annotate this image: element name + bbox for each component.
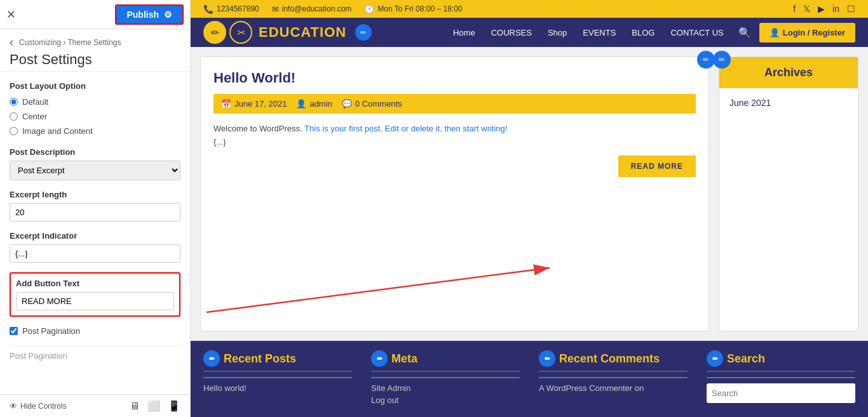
footer-meta-logout[interactable]: Log out [371,395,520,405]
hide-controls-button[interactable]: 👁 Hide Controls [10,402,67,411]
linkedin-icon[interactable]: in [832,4,839,14]
site-footer: ✏ Recent Posts Hello world! ✏ Meta Site … [191,341,868,417]
panel-content: Post Layout Option Default Center Image … [0,72,190,394]
post-layout-options: Default Center Image and Content [10,97,180,136]
right-panel: 📞 1234567890 ✉ info@education.com 🕐 Mon … [191,0,868,417]
post-description-select[interactable]: Post Excerpt Post Content None [10,161,180,180]
top-info-left: 📞 1234567890 ✉ info@education.com 🕐 Mon … [203,4,463,14]
recent-comments-edit-icon[interactable]: ✏ [539,350,555,367]
breadcrumb-section: ‹ Customizing › Theme Settings Post Sett… [0,29,190,72]
main-nav: ✏ ✂ EDUCATION ✏ Home COURSES Shop EVENTS… [191,18,868,47]
post-pagination-option[interactable]: Post Pagination [10,326,180,336]
post-pagination-checkbox[interactable] [10,327,18,335]
layout-center-label: Center [22,112,47,121]
nav-courses[interactable]: COURSES [485,23,538,43]
bottom-controls: 👁 Hide Controls 🖥 ⬜ 📱 [0,394,190,417]
nav-contact[interactable]: CONTACT US [664,23,729,43]
pencil-icon: ✏ [203,21,226,44]
layout-image-content-option[interactable]: Image and Content [10,126,180,136]
nav-events[interactable]: EVENTS [576,23,622,43]
archives-edit-icon[interactable]: ✏ [713,51,731,69]
archives-widget-content: June 2021 [719,88,858,117]
post-edit-icon[interactable]: ✏ [697,51,715,69]
post-date: 📅 June 17, 2021 [221,99,287,109]
add-button-text-label: Add Button Text [16,279,174,288]
excerpt-more-text: {...} [214,137,226,147]
read-more-button[interactable]: READ MORE [618,156,696,177]
post-pagination-more: Post Pagination [10,345,180,361]
search-edit-icon[interactable]: ✏ [707,350,723,367]
comment-icon: 💬 [342,99,352,109]
post-author: 👤 admin [296,99,332,109]
footer-recent-posts: ✏ Recent Posts Hello world! [203,350,352,407]
post-excerpt: Welcome to WordPress. This is your first… [214,122,696,149]
layout-default-option[interactable]: Default [10,97,180,107]
post-pagination-label: Post Pagination [22,326,80,336]
phone-info: 📞 1234567890 [203,4,259,14]
twitter-icon[interactable]: 𝕏 [803,4,810,14]
youtube-icon[interactable]: ▶ [818,4,825,14]
add-button-text-input[interactable] [16,292,174,310]
tablet-icon[interactable]: ⬜ [147,400,160,412]
archives-june-2021[interactable]: June 2021 [729,98,771,108]
post-description-label: Post Description [10,147,180,157]
archives-widget-header: Archives [719,57,858,88]
nav-home[interactable]: Home [447,23,482,43]
footer-search-input[interactable] [707,383,855,403]
recent-comments-title: ✏ Recent Comments [539,350,688,372]
post-title: Hello World! [214,70,696,86]
meta-edit-icon[interactable]: ✏ [371,350,388,367]
close-button[interactable]: ✕ [6,8,16,22]
desktop-icon[interactable]: 🖥 [130,400,140,412]
calendar-icon: 📅 [221,99,231,109]
social-icons-bar: f 𝕏 ▶ in ☐ [793,4,855,14]
hours-info: 🕐 Mon To Fri 08:00 – 18:00 [364,4,462,14]
mobile-icon[interactable]: 📱 [168,400,180,412]
excerpt-length-input[interactable] [10,203,180,222]
post-layout-label: Post Layout Option [10,81,180,91]
page-title: Post Settings [10,51,180,68]
recent-posts-edit-icon[interactable]: ✏ [203,350,220,367]
footer-recent-post-1[interactable]: Hello world! [203,383,352,393]
phone-number: 1234567890 [217,4,259,13]
clock-icon: 🕐 [364,4,374,14]
facebook-icon[interactable]: f [793,4,796,14]
footer-meta-site-admin[interactable]: Site Admin [371,383,520,393]
layout-default-label: Default [22,97,48,107]
logo-text: EDUCATION [259,24,346,41]
post-comments: 💬 0 Comments [342,99,402,109]
publish-button[interactable]: Publish ⚙ [115,4,184,25]
nav-shop[interactable]: Shop [541,23,573,43]
post-comments-value: 0 Comments [355,99,402,109]
left-panel: ✕ Publish ⚙ ‹ Customizing › Theme Settin… [0,0,191,417]
meta-title: ✏ Meta [371,350,520,372]
archives-title: Archives [729,66,848,79]
email-address: info@education.com [282,4,352,13]
eye-icon: 👁 [10,402,17,411]
phone-icon: 📞 [203,4,214,14]
post-area-wrapper: ✏ Hello World! 📅 June 17, 2021 👤 admin 💬 [200,56,858,331]
layout-center-option[interactable]: Center [10,112,180,121]
logo-edit-icon[interactable]: ✏ [355,24,372,41]
excerpt-indicator-input[interactable] [10,244,180,263]
archives-widget: ✏ Archives June 2021 [719,56,858,331]
footer-recent-comment-1: A WordPress Commenter on [539,383,688,393]
post-meta: 📅 June 17, 2021 👤 admin 💬 0 Comments [214,94,696,114]
post-layout-section: Post Layout Option Default Center Image … [10,81,180,136]
email-info: ✉ info@education.com [272,4,352,14]
post-pagination-section: Post Pagination [10,326,180,336]
nav-blog[interactable]: BLOG [625,23,661,43]
user-icon-meta: 👤 [296,99,306,109]
instagram-icon[interactable]: ☐ [847,4,855,14]
search-title: ✏ Search [707,350,855,372]
logo-icons: ✏ ✂ [203,21,252,44]
footer-divider-1 [203,377,352,378]
email-icon: ✉ [272,4,279,14]
login-register-button[interactable]: 👤 Login / Register [759,23,855,43]
back-button[interactable]: ‹ [10,36,13,49]
footer-divider-2 [371,377,520,378]
excerpt-link-text: This is your first post. Edit or delete … [304,124,507,133]
logo-area: ✏ ✂ EDUCATION [203,21,346,44]
nav-search-icon[interactable]: 🔍 [733,27,756,39]
top-bar: ✕ Publish ⚙ [0,0,190,29]
